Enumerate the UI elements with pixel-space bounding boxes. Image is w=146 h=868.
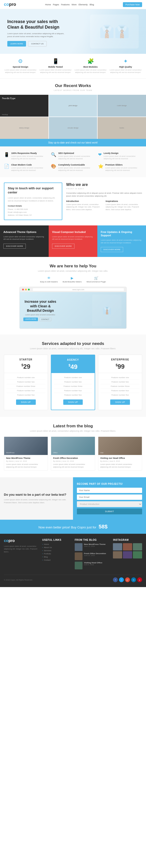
work-item-6[interactable]: books	[98, 117, 146, 139]
beta-email-input[interactable]	[77, 494, 142, 500]
feature-title-1: Special Design	[4, 66, 37, 68]
footer-blog-thumb-1	[75, 543, 82, 551]
blog-img-1: WordPress	[4, 437, 48, 455]
pricing-card-agency: Agency $49 Feature number one Feature nu…	[51, 354, 95, 410]
pricing-feature-e5: Feature number five	[101, 393, 140, 397]
contact-us-button[interactable]: CONTACT US	[28, 41, 47, 46]
insta-4[interactable]	[113, 551, 122, 558]
signup-starter-button[interactable]: SIGN UP	[16, 399, 36, 405]
service-item-6: ⭐ Premium Sliders Lorem ipsum dolor sit …	[98, 164, 142, 172]
promo-btn-1[interactable]: DISCOVER MORE	[3, 244, 26, 249]
footer-blog-item-3[interactable]: Visiting Head Office June 8, 2016	[75, 562, 110, 569]
footer-blog-post-date-3: June 8, 2016	[84, 564, 102, 565]
nav-blog[interactable]: Blog	[90, 3, 94, 6]
code-icon: 📄	[4, 164, 9, 169]
works-grid: NordicType mockup print design t-shirt d…	[0, 95, 146, 139]
pricing-feature-s2: Feature number two	[6, 380, 45, 384]
services-section: 📱 100% Responsive Ready Lorem ipsum dolo…	[0, 146, 146, 177]
blog-row: WordPress New WordPress Theme By Admin |…	[4, 437, 142, 470]
footer-blog-item-1[interactable]: New WordPress Theme June 12, 2016	[75, 543, 110, 551]
service-desc-1: Lorem ipsum dolor sit amet consectetur a…	[11, 155, 47, 160]
beta-right: BECOME PART OF OUR PROJECTS! Product Int…	[73, 477, 146, 520]
footer-link-5[interactable]: ›Blog	[42, 556, 71, 558]
nav-elementy[interactable]: Elementy	[79, 3, 88, 6]
service-title-3: Lovely Design	[104, 152, 142, 154]
signup-enterprise-button[interactable]: SIGN UP	[110, 399, 130, 405]
promo-desc-3: Lorem ipsum dolor sit amet consectetur a…	[101, 239, 143, 244]
blog-card-1[interactable]: WordPress New WordPress Theme By Admin |…	[4, 437, 48, 470]
footer: copro Lorem ipsum dolor sit amet, consec…	[0, 534, 146, 587]
instagram-grid	[113, 543, 142, 558]
promo-btn-3[interactable]: DISCOVER MORE	[101, 247, 123, 252]
social-facebook[interactable]: f	[113, 577, 118, 582]
footer-link-3[interactable]: ›Services	[42, 550, 71, 552]
blog-header: Latest from the blog Lorem ipsum dolor s…	[4, 424, 142, 432]
footer-instagram-title: Instagram	[113, 538, 142, 541]
pricing-card-enterprise: Enterprise $99 Feature number one Featur…	[98, 354, 142, 410]
who-subtitle: FRONT IS EASY	[66, 188, 142, 190]
quality-icon: ✦	[109, 58, 142, 64]
pricing-card-header-agency: Agency $49	[51, 355, 95, 373]
blog-card-2[interactable]: Office Fresh Office Decoration By Admin …	[51, 437, 95, 470]
logo[interactable]: copro	[4, 2, 16, 7]
pricing-body-starter: Feature number one Feature number two Fe…	[4, 373, 48, 410]
pricing-feature-e4: Feature number four	[101, 389, 140, 393]
service-item-1: 📱 100% Responsive Ready Lorem ipsum dolo…	[4, 152, 47, 160]
beta-product-select[interactable]: Product Introduction	[77, 501, 142, 507]
insta-1[interactable]	[113, 543, 122, 551]
footer-link-1[interactable]: ›Home	[42, 543, 71, 546]
work-item-4[interactable]: stamp design	[0, 117, 48, 139]
blog-card-3[interactable]: Visit Visiting our Head Office By Admin …	[98, 437, 142, 470]
footer-blog-item-2[interactable]: Fresh Office Decoration June 10, 2016	[75, 552, 110, 560]
work-item-5[interactable]: circular design	[49, 117, 97, 139]
service-desc-4: Lorem ipsum dolor sit amet consectetur a…	[11, 167, 47, 172]
social-twitter[interactable]: t	[119, 577, 124, 582]
blog-img-2: Office	[51, 437, 95, 455]
insta-3[interactable]	[133, 543, 142, 551]
insta-5[interactable]	[123, 551, 132, 558]
nav-pages[interactable]: Pages	[53, 3, 59, 6]
footer-about-col: copro Lorem ipsum dolor sit amet, consec…	[4, 538, 39, 571]
work-item-1[interactable]: NordicType mockup	[0, 95, 48, 117]
service-desc-2: Lorem ipsum dolor sit amet consectetur a…	[58, 155, 94, 160]
service-item-4: 📄 Clean Modern Code Lorem ipsum dolor si…	[4, 164, 47, 172]
social-linkedin[interactable]: in	[131, 577, 136, 582]
footer-blog-post-title-3: Visiting Head Office	[84, 562, 102, 564]
who-col-intro: Introduction Lorem ipsum dolor sit amet,…	[66, 200, 103, 211]
insta-2[interactable]	[123, 543, 132, 551]
footer-logo[interactable]: copro	[4, 538, 39, 543]
nav-features[interactable]: Features	[61, 3, 70, 6]
blog-excerpt-2: Lorem ipsum dolor sit amet consectetur a…	[53, 463, 93, 468]
blog-title-3: Visiting our Head Office	[100, 457, 140, 459]
footer-blog-col: From the Blog New WordPress Theme June 1…	[75, 538, 110, 571]
learn-more-button[interactable]: LEARN MORE	[7, 41, 26, 46]
nav-more[interactable]: More	[72, 3, 77, 6]
footer-link-2[interactable]: ›About Us	[42, 546, 71, 549]
promo-btn-2[interactable]: DISCOVER MORE	[52, 244, 74, 249]
footer-link-4[interactable]: ›Portfolio	[42, 553, 71, 555]
promo-desc-2: Lorem ipsum dolor sit amet consectetur a…	[52, 236, 94, 241]
footer-link-6[interactable]: ›Contact	[42, 559, 71, 561]
social-google[interactable]: g+	[125, 577, 130, 582]
help-feature-2: ▶ Build Beautiful Sliders	[63, 276, 82, 283]
beta-submit-button[interactable]: SUBMIT	[77, 508, 142, 514]
insta-6[interactable]	[133, 551, 142, 558]
beta-name-input[interactable]	[77, 488, 142, 493]
beta-form-title: BECOME PART OF OUR PROJECTS!	[77, 483, 142, 485]
recent-works-section: Our Recent Works LATEST WORKS FROM OUR T…	[0, 79, 146, 146]
browser-dot-red	[22, 289, 24, 290]
work-item-2[interactable]: print design	[49, 95, 97, 117]
purchase-button[interactable]: Purchase Now	[123, 2, 142, 7]
pricing-row: Starter $29 Feature number one Feature n…	[4, 354, 142, 410]
readers-icon: 👁	[40, 276, 58, 280]
footer-bottom: © 2016 Copro. All Rights Reserved. f t g…	[4, 575, 142, 582]
work-item-3[interactable]: t-shirt design	[98, 95, 146, 117]
browser-address: www.copro.com	[33, 288, 124, 291]
plan-price-starter: $29	[6, 363, 45, 370]
nav-home[interactable]: Home	[45, 3, 51, 6]
recent-works-title: Our Recent Works	[4, 83, 142, 88]
signup-agency-button[interactable]: SIGN UP	[63, 399, 83, 405]
sliders-icon: ▶	[63, 276, 82, 280]
social-pinterest[interactable]: p	[137, 577, 142, 582]
help-title: We are here to help You	[4, 264, 142, 269]
